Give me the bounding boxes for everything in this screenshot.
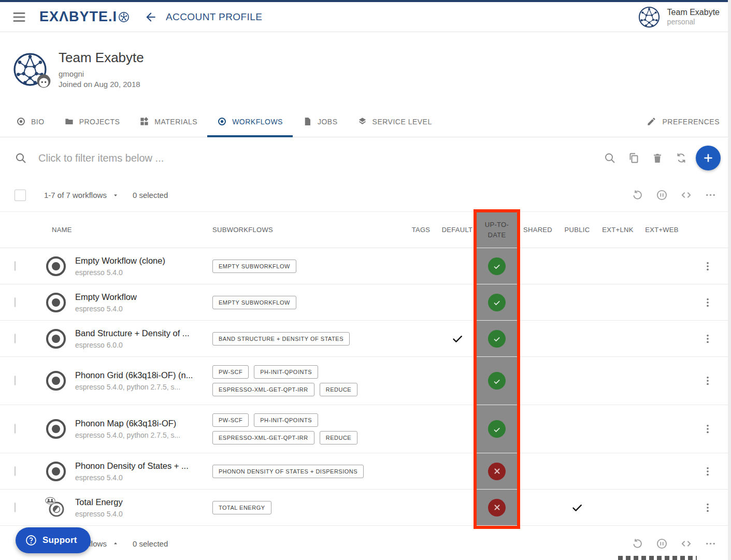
refresh-button[interactable]: [675, 152, 687, 164]
tab-label: MATERIALS: [154, 118, 197, 126]
ext-web-cell: [640, 453, 684, 489]
code-button[interactable]: [680, 189, 692, 201]
workflow-name[interactable]: Phonon Map (6k3q18i-OF): [75, 419, 207, 428]
row-checkbox-cell: [0, 467, 36, 476]
workflow-name[interactable]: Phonon Density of States + ...: [75, 461, 207, 471]
table-row: Empty Workflow (clone)espresso 5.4.0EMPT…: [0, 248, 731, 284]
scrollbar[interactable]: [728, 0, 731, 560]
workflow-name[interactable]: Empty Workflow (clone): [75, 256, 207, 266]
more-horiz-button[interactable]: [705, 538, 716, 550]
row-checkbox[interactable]: [15, 261, 16, 271]
row-checkbox[interactable]: [15, 297, 16, 307]
row-menu-button[interactable]: [702, 261, 713, 272]
workflow-name[interactable]: Band Structure + Density of ...: [75, 328, 207, 338]
back-button[interactable]: [144, 10, 157, 24]
workflow-subtitle: espresso 6.0.0: [75, 341, 207, 349]
select-all-checkbox[interactable]: [15, 190, 26, 201]
ext-lnk-cell: [596, 490, 640, 525]
account-avatar: [638, 6, 660, 28]
x-icon: [492, 502, 502, 512]
status-x-icon: [488, 499, 506, 516]
copy-button[interactable]: [627, 152, 640, 164]
row-menu-button[interactable]: [702, 502, 713, 513]
row-actions-cell: [684, 284, 731, 320]
brand-ball-icon: [118, 11, 130, 23]
row-type-cell: [36, 371, 75, 391]
undo-icon: [632, 538, 643, 550]
row-menu-button[interactable]: [702, 297, 713, 308]
pagination-range-dropdown[interactable]: 1-7 of 7 workflows: [44, 191, 119, 199]
support-button[interactable]: Support: [16, 527, 91, 553]
public-cell: [558, 357, 596, 405]
chip-line: EMPTY SUBWORKFLOW: [212, 296, 399, 309]
default-cell: [438, 248, 477, 284]
delete-button[interactable]: [651, 152, 664, 164]
workflow-icon: [217, 117, 227, 126]
tags-cell: [404, 357, 438, 405]
preferences-button[interactable]: PREFERENCES: [647, 106, 725, 137]
tab-label: SERVICE LEVEL: [372, 118, 432, 126]
workflow-name[interactable]: Total Energy: [75, 497, 207, 507]
workflow-icon: [46, 329, 66, 349]
row-menu-button[interactable]: [702, 466, 713, 477]
footer-selected-count: 0 selected: [133, 539, 168, 548]
table-row: Phonon Density of States + ...espresso 5…: [0, 453, 731, 490]
more-vert-icon: [702, 261, 713, 272]
workflow-icon: [46, 293, 66, 312]
up-to-date-cell: [477, 405, 517, 453]
hamburger-menu-button[interactable]: [11, 10, 27, 24]
shared-cell: [517, 405, 558, 453]
chevron-down-icon: [112, 192, 119, 199]
table-row: Total Energyespresso 5.4.0TOTAL ENERGY: [0, 490, 731, 526]
account-menu[interactable]: Team Exabyte personal: [638, 6, 720, 28]
search-icon: [604, 152, 616, 164]
row-menu-button[interactable]: [702, 375, 713, 386]
row-menu-button[interactable]: [702, 423, 713, 435]
code-button[interactable]: [680, 538, 692, 550]
search-button[interactable]: [604, 152, 616, 164]
face-badge-icon: [37, 74, 51, 88]
row-type-cell: [36, 293, 75, 312]
ext-lnk-cell: [596, 405, 640, 453]
tab-materials[interactable]: MATERIALS: [130, 106, 207, 137]
brand-logo[interactable]: EXΛBYTE.I: [39, 9, 130, 25]
column-header-shared: SHARED: [517, 226, 558, 234]
row-checkbox[interactable]: [15, 466, 16, 476]
row-menu-button[interactable]: [702, 333, 713, 344]
tab-jobs[interactable]: JOBS: [293, 106, 348, 137]
ext-lnk-cell: [596, 248, 640, 284]
refresh-icon: [675, 152, 687, 164]
tab-service-level[interactable]: SERVICE LEVEL: [348, 106, 442, 137]
subworkflows-cell: EMPTY SUBWORKFLOW: [207, 260, 404, 273]
tab-projects[interactable]: PROJECTS: [54, 106, 130, 137]
chip-line: PW-SCFPH-INIT-QPOINTS: [212, 365, 399, 379]
range-label: 1-7 of 7 workflows: [44, 191, 107, 199]
status-check-icon: [488, 420, 506, 438]
workflow-subtitle: espresso 5.4.0: [75, 473, 207, 482]
row-checkbox[interactable]: [15, 376, 16, 385]
column-header-up-to-date: UP-TO-DATE: [477, 212, 517, 248]
page-title: ACCOUNT PROFILE: [166, 11, 262, 23]
subworkflow-chip: BAND STRUCTURE + DENSITY OF STATES: [212, 332, 350, 346]
tab-bio[interactable]: BIO: [6, 106, 54, 137]
workflow-name[interactable]: Empty Workflow: [75, 292, 207, 302]
pause-button[interactable]: [656, 189, 668, 201]
row-checkbox-cell: [0, 503, 36, 512]
add-workflow-button[interactable]: [696, 146, 721, 170]
workflow-subtitle: espresso 5.4.0: [75, 510, 207, 518]
brand-text: EXΛBYTE.I: [39, 9, 117, 25]
undo-button[interactable]: [632, 538, 643, 550]
table-row: Empty Workflowespresso 5.4.0EMPTY SUBWOR…: [0, 284, 731, 321]
tab-workflows[interactable]: WORKFLOWS: [207, 106, 293, 137]
row-checkbox[interactable]: [15, 334, 16, 343]
subworkflow-chip: EMPTY SUBWORKFLOW: [212, 260, 296, 273]
workflows-table: NAMESUBWORKFLOWSTAGSDEFAULTUP-TO-DATESHA…: [0, 212, 731, 526]
more-horiz-button[interactable]: [705, 189, 716, 201]
pause-button[interactable]: [656, 538, 668, 550]
row-checkbox[interactable]: [15, 424, 16, 434]
default-cell: [438, 357, 477, 405]
undo-button[interactable]: [632, 189, 643, 201]
workflow-name[interactable]: Phonon Grid (6k3q18i-OF) (n...: [75, 370, 207, 380]
filter-input[interactable]: [37, 152, 604, 165]
row-checkbox[interactable]: [15, 502, 16, 512]
